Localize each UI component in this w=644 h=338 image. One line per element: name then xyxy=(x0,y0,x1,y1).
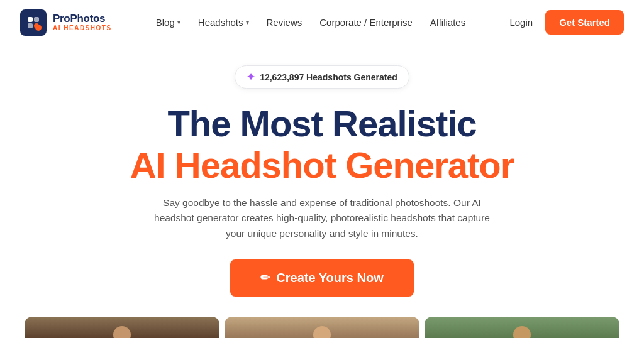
chevron-down-icon: ▾ xyxy=(246,19,249,26)
svg-point-3 xyxy=(34,23,39,28)
logo-icon xyxy=(20,9,47,36)
brand-sub: AI HEADSHOTS xyxy=(53,25,112,31)
hero-title-line2: AI Headshot Generator xyxy=(130,145,514,185)
sparkle-icon: ✦ xyxy=(247,71,255,83)
wand-icon: ✏ xyxy=(260,271,270,285)
preview-image-1 xyxy=(25,317,219,338)
create-yours-now-button[interactable]: ✏ Create Yours Now xyxy=(230,259,413,297)
logo-text: ProPhotos AI HEADSHOTS xyxy=(53,13,112,32)
hero-description: Say goodbye to the hassle and expense of… xyxy=(152,195,492,242)
preview-images-row xyxy=(0,317,644,338)
cta-label: Create Yours Now xyxy=(276,271,383,285)
navbar: ProPhotos AI HEADSHOTS Blog ▾ Headshots … xyxy=(0,0,644,45)
nav-item-blog[interactable]: Blog ▾ xyxy=(156,17,180,28)
nav-item-affiliates[interactable]: Affiliates xyxy=(430,17,465,28)
login-link[interactable]: Login xyxy=(509,17,533,28)
brand-name: ProPhotos xyxy=(53,13,112,25)
svg-rect-0 xyxy=(28,17,33,22)
nav-links: Blog ▾ Headshots ▾ Reviews Corporate / E… xyxy=(156,17,465,28)
headshots-badge: ✦ 12,623,897 Headshots Generated xyxy=(235,65,409,89)
svg-rect-2 xyxy=(28,23,33,28)
get-started-button[interactable]: Get Started xyxy=(545,10,624,35)
preview-image-2 xyxy=(225,317,419,338)
preview-image-3 xyxy=(425,317,619,338)
nav-item-reviews[interactable]: Reviews xyxy=(267,17,303,28)
svg-rect-1 xyxy=(34,17,39,22)
badge-text: 12,623,897 Headshots Generated xyxy=(260,72,397,82)
nav-right: Login Get Started xyxy=(509,10,624,35)
hero-section: ✦ 12,623,897 Headshots Generated The Mos… xyxy=(0,45,644,338)
nav-item-headshots[interactable]: Headshots ▾ xyxy=(198,17,249,28)
hero-title-line1: The Most Realistic xyxy=(167,104,476,144)
nav-item-corporate[interactable]: Corporate / Enterprise xyxy=(319,17,413,28)
logo[interactable]: ProPhotos AI HEADSHOTS xyxy=(20,9,112,36)
chevron-down-icon: ▾ xyxy=(177,19,180,26)
